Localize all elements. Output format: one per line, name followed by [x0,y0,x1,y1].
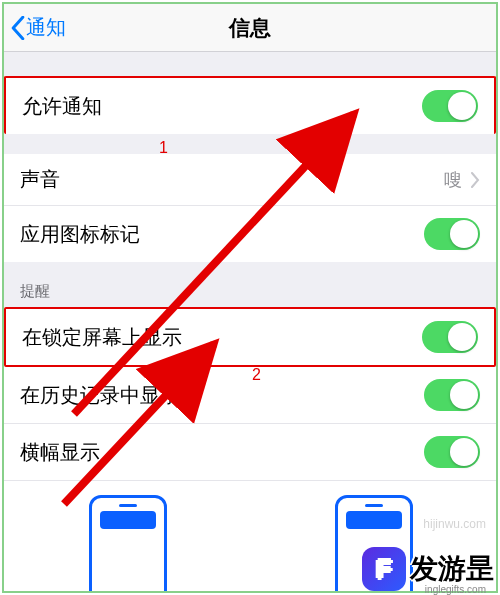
brand-logo-icon: F [362,547,406,591]
row-banner[interactable]: 横幅显示 [4,424,496,480]
banner-style-temporary[interactable]: 临时 [87,495,169,593]
nav-bar: 通知 信息 [4,4,496,52]
watermark-small: hijinwu.com [423,517,486,531]
row-badge[interactable]: 应用图标标记 [4,206,496,262]
switch-lockscreen[interactable] [422,321,478,353]
switch-banner[interactable] [424,436,480,468]
row-history[interactable]: 在历史记录中显示 [4,367,496,424]
switch-allow[interactable] [422,90,478,122]
row-label: 允许通知 [22,93,102,120]
brand-text: 发游昰 [410,550,494,588]
sound-value: 嗖 [444,168,462,192]
section-header-alerts: 提醒 [4,262,496,307]
back-button[interactable]: 通知 [4,14,66,41]
row-label: 在历史记录中显示 [20,382,180,409]
row-label: 在锁定屏幕上显示 [22,324,182,351]
row-label: 横幅显示 [20,439,100,466]
row-sound[interactable]: 声音 嗖 [4,154,496,206]
chevron-left-icon [10,16,26,40]
phone-icon [89,495,167,593]
row-lockscreen[interactable]: 在锁定屏幕上显示 [4,307,496,367]
row-label: 声音 [20,166,60,193]
row-allow-notifications[interactable]: 允许通知 [4,76,496,134]
back-label: 通知 [26,14,66,41]
page-title: 信息 [4,14,496,42]
switch-badge[interactable] [424,218,480,250]
switch-history[interactable] [424,379,480,411]
row-label: 应用图标标记 [20,221,140,248]
watermark-url: inglegifts.com [425,584,486,595]
chevron-right-icon [470,172,480,188]
